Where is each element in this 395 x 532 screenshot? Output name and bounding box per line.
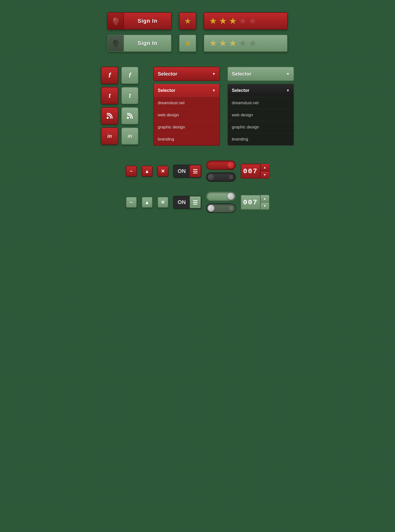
up-btn-red[interactable]: ▲ xyxy=(142,166,153,177)
star-rating-green[interactable]: ★ ★ ★ ★ ★ xyxy=(204,35,288,52)
lines-icon-red xyxy=(193,169,198,173)
on-toggle-green[interactable]: ON xyxy=(173,196,201,209)
linkedin-icon-green[interactable]: in xyxy=(121,127,138,145)
toggle-knob-off-green xyxy=(208,205,215,212)
dropdown-item-branding-red[interactable]: branding xyxy=(154,133,219,145)
toggle-knob-off-red xyxy=(208,174,215,181)
dropdown-item-branding-dark[interactable]: branding xyxy=(228,133,294,145)
selector-green-closed-arrow: ▼ xyxy=(286,72,290,76)
dropdown-item-webdesign-dark[interactable]: web design xyxy=(228,109,294,121)
controls-row-red: − ▲ ✕ ON xyxy=(126,161,269,182)
dropdown-item-webdesign-red[interactable]: web design xyxy=(154,109,219,121)
stepper-down-green[interactable]: ▼ xyxy=(260,202,269,210)
stepper-up-green[interactable]: ▲ xyxy=(260,195,269,202)
toggle-on-red[interactable] xyxy=(206,161,236,170)
selectors-area: Selector ▼ Selector ▼ Selector ▼ dreamdu… xyxy=(153,67,294,146)
signin-icon-green xyxy=(108,35,124,51)
selector-red-closed-label: Selector xyxy=(158,71,177,77)
on-label-green: ON xyxy=(174,199,190,205)
on-label-red: ON xyxy=(174,168,190,174)
linkedin-icon-red[interactable]: in xyxy=(101,127,118,145)
lines-icon-green xyxy=(193,200,198,205)
dropdown-item-graphic-dark[interactable]: graphic design xyxy=(228,121,294,133)
selector-red-closed-arrow: ▼ xyxy=(212,72,216,76)
single-star-green[interactable]: ★ xyxy=(179,35,196,52)
star-3-red[interactable]: ★ xyxy=(229,16,237,26)
stepper-btns-green: ▲ ▼ xyxy=(260,195,269,210)
selector-dark-dropdown: Selector ▼ dreamdust.net web design grap… xyxy=(227,84,294,146)
toggle-knob-on-red xyxy=(227,162,234,169)
star-2-green[interactable]: ★ xyxy=(219,38,227,48)
social-icons-grid: f f t t in in xyxy=(101,67,138,145)
on-toggle-red[interactable]: ON xyxy=(173,165,201,178)
num-stepper-green: 007 ▲ ▼ xyxy=(241,195,269,210)
selector-dark-open: Selector ▼ dreamdust.net web design grap… xyxy=(227,84,294,146)
star-4-green[interactable]: ★ xyxy=(239,38,247,48)
selector-red-closed[interactable]: Selector ▼ xyxy=(153,67,220,81)
controls-row-green: − ▲ ✕ ON xyxy=(126,192,269,213)
svg-point-3 xyxy=(127,117,129,119)
svg-point-1 xyxy=(114,41,115,43)
star-2-red[interactable]: ★ xyxy=(219,16,227,26)
toggle-off-dark-green[interactable] xyxy=(206,204,236,213)
rss-icon-green[interactable] xyxy=(121,107,138,124)
close-btn-green[interactable]: ✕ xyxy=(158,197,168,208)
minus-btn-red[interactable]: − xyxy=(126,166,137,177)
toggle-group-red xyxy=(206,161,236,182)
on-indicator-green xyxy=(190,196,201,208)
star-1-red[interactable]: ★ xyxy=(209,16,217,26)
toggle-group-green xyxy=(206,192,236,213)
star-4-red[interactable]: ★ xyxy=(239,16,247,26)
star-rating-red[interactable]: ★ ★ ★ ★ ★ xyxy=(204,12,288,30)
signin-button-green[interactable]: Sign In xyxy=(107,35,172,52)
facebook-icon-green[interactable]: f xyxy=(121,67,138,84)
signin-icon-red xyxy=(108,13,124,29)
signin-label-green: Sign In xyxy=(124,40,171,46)
selector-dark-dropdown-header[interactable]: Selector ▼ xyxy=(228,84,294,97)
selector-red-dropdown: Selector ▼ dreamdust.net web design grap… xyxy=(153,84,220,146)
on-indicator-red xyxy=(190,165,201,177)
toggle-on-green[interactable] xyxy=(206,192,236,201)
controls-section: − ▲ ✕ ON xyxy=(126,161,269,213)
selector-dark-dropdown-label: Selector xyxy=(232,88,249,93)
selector-red-open: Selector ▼ dreamdust.net web design grap… xyxy=(153,84,220,146)
star-5-green[interactable]: ★ xyxy=(249,38,257,48)
signin-label-red: Sign In xyxy=(124,18,171,24)
selector-red-dropdown-label: Selector xyxy=(158,88,175,93)
num-display-green: 007 xyxy=(241,195,260,210)
dropdown-item-graphic-red[interactable]: graphic design xyxy=(154,121,219,133)
stepper-down-red[interactable]: ▼ xyxy=(260,171,269,179)
single-star-red[interactable]: ★ xyxy=(179,12,196,30)
twitter-icon-green[interactable]: t xyxy=(121,87,138,104)
stepper-up-red[interactable]: ▲ xyxy=(260,164,269,171)
star-1-green[interactable]: ★ xyxy=(209,38,217,48)
svg-point-2 xyxy=(107,117,109,119)
up-btn-green[interactable]: ▲ xyxy=(142,197,153,208)
signin-button-red[interactable]: Sign In xyxy=(107,12,172,30)
dropdown-item-dreamdust-red[interactable]: dreamdust.net xyxy=(154,97,219,109)
num-display-red: 007 xyxy=(241,164,260,179)
facebook-icon-red[interactable]: f xyxy=(101,67,118,84)
star-3-green[interactable]: ★ xyxy=(229,38,237,48)
dropdown-item-dreamdust-dark[interactable]: dreamdust.net xyxy=(228,97,294,109)
selector-green-closed-label: Selector xyxy=(232,71,251,77)
selector-red-dropdown-header[interactable]: Selector ▼ xyxy=(154,84,219,97)
svg-point-0 xyxy=(114,19,115,20)
toggle-knob-on-green xyxy=(227,193,234,200)
toggle-off-dark-red[interactable] xyxy=(206,172,236,182)
num-stepper-red: 007 ▲ ▼ xyxy=(241,164,269,179)
selector-dark-dropdown-arrow: ▼ xyxy=(286,88,290,92)
minus-btn-green[interactable]: − xyxy=(126,197,137,208)
twitter-icon-red[interactable]: t xyxy=(101,87,118,104)
stepper-btns-red: ▲ ▼ xyxy=(260,164,269,179)
selector-red-dropdown-arrow: ▼ xyxy=(212,88,216,92)
star-5-red[interactable]: ★ xyxy=(249,16,257,26)
selector-green-closed[interactable]: Selector ▼ xyxy=(227,67,294,81)
close-btn-red[interactable]: ✕ xyxy=(158,166,168,177)
rss-icon-red[interactable] xyxy=(101,107,118,124)
